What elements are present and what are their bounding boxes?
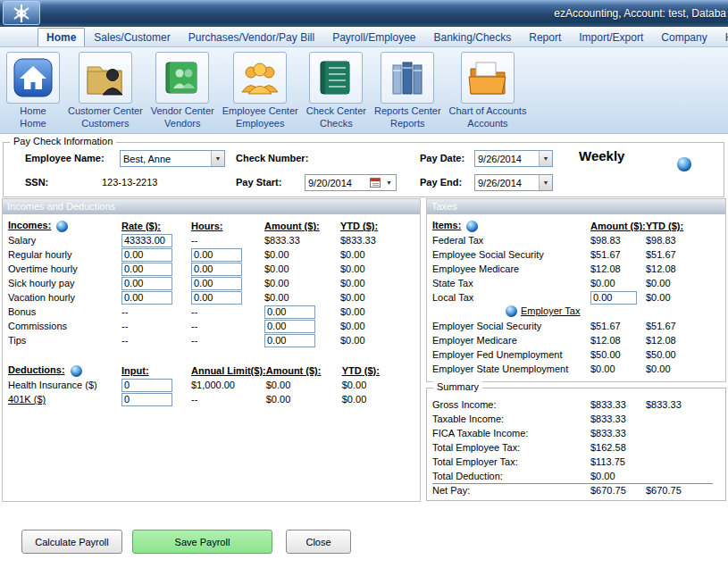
tax-label: Employee Medicare — [432, 262, 590, 276]
health-insurance-input[interactable] — [121, 379, 172, 392]
toolbar-item-chart-of-accounts[interactable]: Chart of Accounts Accounts — [449, 52, 527, 129]
deduction-amount: $0.00 — [266, 378, 342, 392]
pay-date-select[interactable]: 9/26/2014 ▼ — [474, 150, 553, 167]
help-globe-icon[interactable] — [677, 157, 691, 171]
tax-ytd: $0.00 — [646, 290, 713, 305]
income-amount: $0.00 — [264, 276, 340, 290]
taxes-table: Items: Amount ($): YTD ($): Federal Tax … — [432, 219, 713, 376]
help-globe-icon[interactable] — [71, 365, 82, 377]
toolbar-item-subtitle: Employees — [236, 118, 284, 129]
regular-hourly-rate-input[interactable] — [121, 248, 172, 262]
vacation-hourly-rate-input[interactable] — [121, 291, 172, 305]
income-label: Overtime hourly — [8, 262, 121, 276]
income-rate: -- — [121, 333, 191, 347]
tax-label: Employer State Unemployment — [432, 362, 590, 376]
tab-sales-customer[interactable]: Sales/Customer — [85, 28, 179, 46]
employer-tax-header-row: Employer Tax — [432, 305, 713, 319]
tax-row-local: Local Tax $0.00 — [432, 290, 713, 305]
summary-ytd: $670.75 — [646, 483, 713, 497]
tab-banking-checks[interactable]: Banking/Checks — [425, 28, 521, 46]
salary-rate-input[interactable] — [121, 234, 172, 247]
vacation-hourly-hours-input[interactable] — [191, 291, 242, 305]
income-row-sick-hourly-pay: Sick hourly pay $0.00 $0.00 — [8, 276, 412, 290]
summary-ytd — [646, 440, 713, 455]
income-label: Salary — [8, 233, 121, 247]
summary-label: Total Employer Tax: — [432, 455, 590, 469]
deduction-ytd: $0.00 — [342, 392, 414, 406]
regular-hourly-hours-input[interactable] — [191, 248, 242, 262]
pay-frequency-label: Weekly — [579, 148, 624, 163]
toolbar-item-subtitle: Accounts — [467, 118, 507, 129]
overtime-hourly-rate-input[interactable] — [121, 263, 172, 276]
check-center-icon — [309, 52, 363, 104]
ezaccounting-logo-icon[interactable] — [3, 1, 40, 25]
toolbar-item-vendor-center[interactable]: Vendor Center Vendors — [151, 52, 214, 129]
deduction-ytd: $0.00 — [342, 378, 414, 392]
close-button[interactable]: Close — [286, 530, 351, 554]
check-number-input[interactable] — [318, 150, 403, 166]
toolbar-item-check-center[interactable]: Check Center Checks — [306, 52, 366, 129]
tax-amount: $12.08 — [590, 262, 646, 276]
calculate-payroll-button[interactable]: Calculate Payroll — [21, 530, 122, 554]
chevron-down-icon: ▼ — [211, 151, 224, 166]
ssn-label: SSN: — [25, 177, 48, 188]
sick-hourly-hours-input[interactable] — [191, 277, 242, 290]
commissions-amount-input[interactable] — [264, 320, 315, 333]
sick-hourly-rate-input[interactable] — [121, 277, 172, 290]
summary-table: Gross Income: $833.33 $833.33 Taxable In… — [432, 397, 713, 497]
tax-label: Employer Fed Unemployment — [432, 347, 590, 362]
income-row-tips: Tips -- -- $0.00 — [8, 333, 412, 347]
income-amount: $0.00 — [264, 247, 340, 262]
tab-payroll-employee[interactable]: Payroll/Employee — [323, 28, 424, 46]
overtime-hourly-hours-input[interactable] — [191, 263, 242, 276]
toolbar-item-reports-center[interactable]: Reports Center Reports — [374, 52, 441, 129]
bonus-amount-input[interactable] — [264, 305, 315, 319]
tab-report[interactable]: Report — [520, 28, 570, 46]
save-payroll-button[interactable]: Save Payroll — [132, 530, 272, 554]
tax-ytd: $0.00 — [646, 276, 713, 290]
tax-row-employer-fed-unemployment: Employer Fed Unemployment $50.00 $50.00 — [432, 347, 713, 362]
toolbar-item-customer-center[interactable]: Customer Center Customers — [68, 52, 143, 129]
help-globe-icon[interactable] — [506, 305, 517, 317]
local-tax-input[interactable] — [590, 291, 637, 305]
chevron-down-icon: ▼ — [382, 175, 396, 190]
toolbar-item-title: Employee Center — [222, 105, 298, 116]
summary-label: FICA Taxable Income: — [432, 426, 590, 440]
tab-company[interactable]: Company — [652, 28, 715, 46]
tax-ytd: $12.08 — [646, 262, 713, 276]
summary-value: $833.33 — [590, 426, 646, 440]
tips-amount-input[interactable] — [264, 334, 315, 347]
ezaccounting-window: ezAccounting, Account: test, Databa Home… — [0, 0, 728, 568]
tab-help[interactable]: Help — [716, 28, 728, 46]
help-globe-icon[interactable] — [466, 221, 478, 232]
help-globe-icon[interactable] — [56, 221, 68, 232]
income-label: Tips — [8, 333, 121, 347]
tax-row-employer-social-security: Employer Social Security $51.67 $51.67 — [432, 319, 713, 333]
pay-start-datepicker[interactable]: 9/20/2014 ▼ — [305, 174, 397, 191]
tab-purchases-vendor-pay-bill[interactable]: Purchases/Vendor/Pay Bill — [180, 28, 323, 46]
income-ytd: $0.00 — [340, 276, 412, 290]
toolbar-item-employee-center[interactable]: Employee Center Employees — [222, 52, 298, 129]
deduction-label: Health Insurance ($) — [8, 378, 121, 392]
tax-amount: $51.67 — [590, 247, 646, 262]
ssn-value: 123-13-2213 — [102, 177, 157, 188]
k401-input[interactable] — [121, 393, 172, 406]
tab-home[interactable]: Home — [38, 28, 85, 46]
income-amount: $0.00 — [264, 262, 340, 276]
tax-ytd: $98.83 — [646, 233, 713, 247]
taxes-panel-header: Taxes — [427, 199, 725, 214]
summary-value: $113.75 — [590, 455, 646, 469]
tax-ytd: $51.67 — [646, 247, 713, 262]
summary-label: Gross Income: — [432, 397, 590, 412]
rate-column-header: Rate ($): — [121, 219, 191, 233]
tab-import-export[interactable]: Import/Export — [570, 28, 652, 46]
employee-name-select[interactable]: Best, Anne ▼ — [120, 150, 225, 167]
income-amount: $833.33 — [264, 233, 340, 247]
pay-end-select[interactable]: 9/26/2014 ▼ — [474, 174, 553, 191]
income-ytd: $0.00 — [340, 319, 412, 333]
toolbar: Home Home Customer Center Customers — [0, 47, 728, 134]
income-rate: -- — [121, 305, 191, 319]
deduction-row-health-insurance: Health Insurance ($) $1,000.00 $0.00 $0.… — [8, 378, 414, 392]
tax-label: State Tax — [432, 276, 590, 290]
toolbar-item-home[interactable]: Home Home — [6, 52, 60, 129]
